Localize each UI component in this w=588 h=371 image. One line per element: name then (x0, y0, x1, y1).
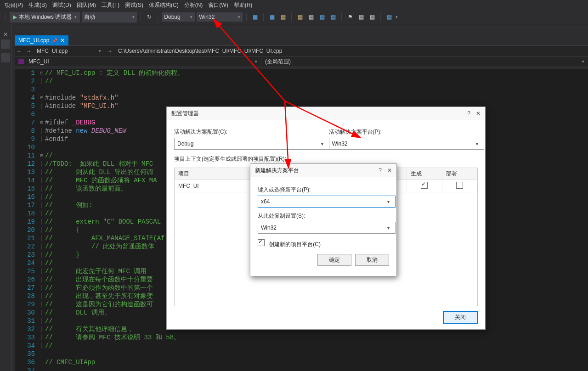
menu-item[interactable]: 项目(P) (2, 0, 26, 10)
code-line: 35 (15, 350, 588, 358)
col-project[interactable]: 项目 (175, 168, 246, 180)
help-icon[interactable]: ? (467, 110, 470, 117)
menu-item[interactable]: 测试(S) (122, 0, 146, 10)
col-build[interactable]: 生成 (407, 168, 442, 180)
new-platform-combo[interactable]: x64 ▾ (258, 196, 396, 208)
close-panel-icon[interactable]: ✕ (0, 28, 11, 38)
deploy-checkbox[interactable] (456, 182, 463, 189)
menu-item[interactable]: 分析(N) (181, 0, 206, 10)
debugger-label: 本地 Windows 调试器 (19, 13, 72, 21)
nav-file-path[interactable]: C:\Users\Administrator\Desktop\test\MFC_… (114, 48, 588, 54)
code-line: 3 (15, 85, 588, 94)
tb-icon-5[interactable]: ▤ (306, 12, 316, 22)
tb-icon-4[interactable]: ▤ (295, 12, 305, 22)
dialog-title: 新建解决方案平台 (255, 167, 299, 174)
chevron-down-icon: ▾ (318, 140, 327, 148)
tb-icon-1[interactable]: ▦ (250, 12, 260, 22)
close-tab-icon[interactable]: ✕ (60, 37, 65, 44)
copy-from-combo[interactable]: Win32 ▾ (258, 222, 396, 234)
code-line: 4⊟#include "stdafx.h" (15, 94, 588, 102)
play-icon: ▶ (13, 14, 17, 20)
active-platform-label: 活动解决方案平台(P): (329, 128, 478, 136)
code-line: 37 (15, 366, 588, 371)
left-tool-strip: ✕ (0, 24, 11, 371)
tab-filename: MFC_UI.cpp (18, 37, 49, 44)
start-debugger-button[interactable]: ▶ 本地 Windows 调试器 ▾ (10, 12, 80, 22)
active-platform-combo[interactable]: Win32 ▾ (329, 138, 485, 150)
dialog-titlebar: 配置管理器 ? ✕ (167, 107, 485, 120)
refresh-icon[interactable]: ↻ (145, 12, 154, 22)
nav-file-left[interactable]: MFC_UI.cpp ▾ (33, 48, 105, 54)
toolbox-icon[interactable] (1, 39, 10, 49)
menu-item[interactable]: 窗口(W) (205, 0, 231, 10)
chevron-down-icon: ▾ (384, 197, 392, 206)
ok-button[interactable]: 确定 (317, 254, 351, 266)
new-platform-dialog: 新建解决方案平台 ? ✕ 键入或选择新平台(P): x64 ▾ 从此处复制设置(… (250, 163, 397, 276)
active-config-label: 活动解决方案配置(C): (174, 128, 323, 136)
code-line: 33│// 请参阅 MFC 技术说明 33 和 58。 (15, 333, 588, 342)
active-config-combo[interactable]: Debug ▾ (174, 138, 330, 150)
code-line: 1⊟// MFC_UI.cpp : 定义 DLL 的初始化例程。 (15, 69, 588, 77)
platform-combo[interactable]: Win32▾ (197, 12, 243, 22)
chevron-down-icon: ▾ (473, 140, 481, 148)
chevron-down-icon: ▾ (74, 15, 77, 19)
code-line: 36// CMFC_UIApp (15, 358, 588, 366)
dialog-titlebar: 新建解决方案平台 ? ✕ (250, 164, 396, 177)
tb-icon-6[interactable]: ▤ (317, 12, 327, 22)
col-deploy[interactable]: 部署 (442, 168, 477, 180)
create-project-platform-checkbox[interactable] (258, 239, 265, 246)
tb-icon-7[interactable]: ▤ (328, 12, 338, 22)
config-combo[interactable]: Debug▾ (162, 12, 195, 22)
tb-icon-3[interactable]: ▤ (278, 12, 288, 22)
nav-fwd2-icon[interactable]: → (105, 48, 114, 54)
navigation-bars: ← → MFC_UI.cpp ▾ → C:\Users\Administrato… (15, 45, 588, 67)
menu-item[interactable]: 团队(M) (74, 0, 99, 10)
project-icon (18, 59, 24, 64)
main-toolbar: ▶ 本地 Windows 调试器 ▾ 自动▾ ↻ Debug▾ Win32▾ ▦… (0, 10, 588, 24)
menu-item[interactable]: 工具(T) (99, 0, 122, 10)
nav-project-selector[interactable]: MFC_UI ▾ (15, 58, 261, 65)
server-explorer-icon[interactable] (1, 53, 10, 62)
copy-from-label: 从此处复制设置(S): (258, 212, 389, 220)
close-button[interactable]: 关闭 (443, 311, 478, 324)
code-line: 2│// (15, 77, 588, 85)
cancel-button[interactable]: 取消 (355, 254, 389, 266)
build-checkbox[interactable] (421, 182, 428, 189)
close-icon[interactable]: ✕ (476, 110, 481, 117)
file-tab-mfc-ui[interactable]: MFC_UI.cpp 📌 ✕ (15, 35, 68, 45)
nav-back-icon[interactable]: ← (15, 48, 24, 54)
nav-scope-selector[interactable]: (全局范围) ▾ (261, 58, 588, 66)
code-line: 34│// (15, 342, 588, 350)
menu-item[interactable]: 体系结构(C) (146, 0, 181, 10)
tb-icon-9[interactable]: ▤ (368, 12, 377, 22)
menu-item[interactable]: 调试(D) (50, 0, 74, 10)
nav-fwd-icon[interactable]: → (24, 48, 33, 54)
dialog-title: 配置管理器 (171, 110, 199, 118)
menu-item[interactable]: 生成(B) (26, 0, 50, 10)
pin-icon[interactable]: 📌 (52, 38, 57, 43)
menu-bar: 项目(P)生成(B)调试(D)团队(M)工具(T)测试(S)体系结构(C)分析(… (0, 0, 588, 10)
tb-icon-10[interactable]: ▤ (384, 12, 394, 22)
flag-icon[interactable]: ⚑ (345, 12, 355, 22)
menu-item[interactable]: 帮助(H) (231, 0, 255, 10)
help-icon[interactable]: ? (379, 167, 382, 174)
startup-combo[interactable]: 自动▾ (82, 12, 137, 22)
chevron-down-icon: ▾ (384, 224, 392, 232)
new-platform-label: 键入或选择新平台(P): (258, 186, 389, 194)
tb-icon-8[interactable]: ▤ (356, 12, 366, 22)
project-context-label: 项目上下文(选定要生成或部署的项目配置)(R): (174, 155, 478, 163)
close-icon[interactable]: ✕ (387, 167, 392, 174)
document-tabbar: MFC_UI.cpp 📌 ✕ (0, 34, 588, 45)
create-project-platform-label: 创建新的项目平台(C) (269, 241, 321, 247)
tb-icon-2[interactable]: ▦ (267, 12, 277, 22)
